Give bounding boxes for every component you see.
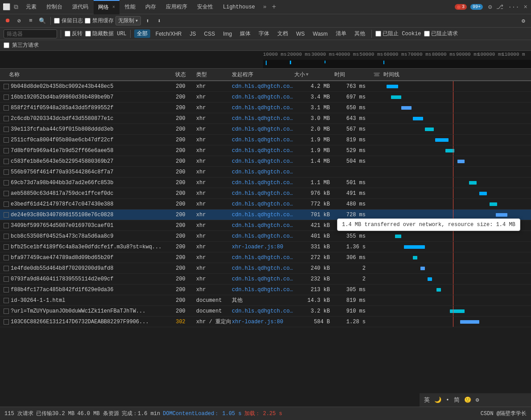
filter-other-btn[interactable]: 其他: [352, 29, 368, 38]
col-header-time[interactable]: 时间: [334, 71, 370, 78]
add-tab-button[interactable]: +: [269, 3, 279, 11]
settings-icon[interactable]: ⚙: [486, 3, 494, 11]
cell-initiator[interactable]: cdn.hls.qdhgtch.co...: [232, 201, 294, 207]
cell-initiator[interactable]: cdn.hls.qdhgtch.co...: [232, 83, 294, 90]
tab-security[interactable]: 安全性: [193, 0, 218, 14]
stop-button[interactable]: ⊘: [14, 16, 24, 26]
search-button[interactable]: 🔍: [37, 16, 47, 26]
filter-fetch-xhr-btn[interactable]: Fetch/XHR: [153, 30, 185, 37]
ime-emoji-icon[interactable]: 🙂: [464, 396, 471, 404]
col-header-size[interactable]: 大小 ▼: [294, 71, 334, 78]
table-row[interactable]: 7d8bf0fb969a41e7b9d52ff66e6aee58200xhrcd…: [0, 145, 531, 156]
filter-wasm-btn[interactable]: Wasm: [310, 30, 331, 37]
tab-performance[interactable]: 性能: [120, 0, 140, 14]
cell-initiator[interactable]: xhr-loader.js:80: [232, 319, 294, 325]
cell-initiator[interactable]: cdn.hls.qdhgtch.co...: [232, 137, 294, 143]
ime-chinese[interactable]: 简: [454, 396, 460, 404]
devtools-icon[interactable]: ⬜: [2, 3, 11, 12]
cell-initiator[interactable]: cdn.hls.qdhgtch.co...: [232, 148, 294, 154]
cell-initiator[interactable]: cdn.hls.qdhgtch.co...: [232, 222, 294, 229]
more-options-button[interactable]: ···: [506, 4, 521, 11]
copy-icon[interactable]: ⧉: [12, 3, 21, 12]
ime-lang[interactable]: 英: [424, 396, 430, 404]
cell-initiator[interactable]: cdn.hls.qdhgtch.co...: [232, 233, 294, 239]
close-devtools-button[interactable]: ×: [522, 4, 529, 11]
table-row[interactable]: 103C6C88266E1312147D6732DAEABB82297F9906…: [0, 317, 531, 327]
cell-initiator[interactable]: cdn.hls.qdhgtch.co...: [232, 105, 294, 111]
timeline-overview[interactable]: 10000 ms 20000 ms 30000 ms 40000 ms 5000…: [0, 51, 531, 69]
tab-network[interactable]: 网络 ×: [94, 0, 119, 14]
cell-initiator[interactable]: cdn.hls.qdhgtch.co...: [232, 180, 294, 186]
invert-checkbox[interactable]: 反转: [65, 30, 82, 37]
col-header-timeline[interactable]: 时间线: [383, 71, 531, 78]
tab-elements[interactable]: 元素: [21, 0, 41, 14]
table-row[interactable]: aeb58850c63d4817a759dce1ffcef0dc200xhrcd…: [0, 188, 531, 199]
cell-initiator[interactable]: 其他: [232, 296, 294, 304]
cell-initiator[interactable]: cdn.hls.qdhgtch.co...: [232, 265, 294, 272]
col-header-name[interactable]: 名称: [0, 71, 165, 78]
table-row[interactable]: e3bedf61d42147978fc47c047430e388200xhrcd…: [0, 199, 531, 210]
record-button[interactable]: ⏺: [3, 16, 12, 26]
table-row[interactable]: 2511cf0ca8004f05b80ae6cb47df22cf200xhrcd…: [0, 135, 531, 145]
download-icon[interactable]: ⬇: [154, 16, 164, 26]
cell-initiator[interactable]: cdn.hls.qdhgtch.co...: [232, 94, 294, 100]
table-row[interactable]: 39e113fcfaba44c59f015b808dddd3eb200xhrcd…: [0, 124, 531, 135]
tab-application[interactable]: 应用程序: [161, 0, 192, 14]
cell-initiator[interactable]: cdn.hls.qdhgtch.co...: [232, 276, 294, 282]
preserve-log-input[interactable]: [54, 18, 60, 24]
cell-initiator[interactable]: cdn.hls.qdhgtch.co...: [232, 190, 294, 197]
filter-img-btn[interactable]: Img: [220, 30, 235, 37]
throttle-dropdown[interactable]: 无限制 ▾: [115, 16, 141, 25]
disable-cache-input[interactable]: [85, 18, 91, 24]
filter-media-btn[interactable]: 媒体: [237, 29, 253, 38]
third-party-checkbox[interactable]: [4, 42, 9, 48]
cell-initiator[interactable]: cdn.hls.qdhgtch.co...: [232, 287, 294, 293]
cell-initiator[interactable]: cdn.hls.qdhgtch.co...: [232, 115, 294, 122]
filter-css-btn[interactable]: CSS: [202, 30, 218, 37]
cell-initiator[interactable]: cdn.hls.qdhgtch.co...: [232, 158, 294, 165]
tab-lighthouse[interactable]: Lighthouse: [218, 0, 259, 14]
table-row[interactable]: bfb25ce1bf4189f6c4a8a3e0dfdcfe1f.m3u8?st…: [0, 242, 531, 252]
disable-cache-checkbox[interactable]: 禁用缓存: [85, 17, 114, 25]
table-row[interactable]: c583fe1b8e5643e5b229545880369b27200xhrcd…: [0, 156, 531, 167]
upload-icon[interactable]: ⬆: [143, 16, 152, 26]
table-row[interactable]: f88b4fc177ac485b842fd1f629e0da36200xhrcd…: [0, 284, 531, 295]
table-row[interactable]: 1e4fde0db55d464b8f70209200d9afd8200xhrcd…: [0, 263, 531, 274]
col-header-status[interactable]: 状态: [165, 71, 196, 78]
cell-initiator[interactable]: cdn.hls.qdhgtch.co...: [232, 169, 294, 175]
tab-memory[interactable]: 内存: [141, 0, 161, 14]
table-row[interactable]: 0793fa9d84604117839555114d2e09cf200xhrcd…: [0, 274, 531, 284]
table-row[interactable]: 69cb73d7a98b404bb3d7ad2e66fc853b200xhrcd…: [0, 177, 531, 188]
table-row[interactable]: 9b048d8de02b4358bc9092e43b448ec5200xhrcd…: [0, 81, 531, 92]
table-row[interactable]: bcb8c53508f04525a473c78a5d6aa8c9200xhrcd…: [0, 231, 531, 242]
network-settings-icon[interactable]: ⚙: [519, 16, 528, 26]
table-row[interactable]: id-30264-1-1.html200document其他14.3 kB819…: [0, 295, 531, 306]
tab-network-close[interactable]: ×: [112, 5, 115, 10]
table-row[interactable]: 858f2f41f05948a285a43dd5f899552f200xhrcd…: [0, 103, 531, 113]
cell-initiator[interactable]: cdn.hls.qdhgtch.co...: [232, 255, 294, 261]
cell-initiator[interactable]: cdn.hls.qdhgtch.co...: [232, 212, 294, 218]
profile-icon[interactable]: ⎇: [494, 3, 505, 11]
more-tabs-button[interactable]: »: [261, 4, 268, 10]
filter-doc-btn[interactable]: 文档: [275, 29, 291, 38]
block-cookie-checkbox[interactable]: 已阻止 Cookie: [375, 30, 421, 37]
tab-console[interactable]: 控制台: [42, 0, 67, 14]
col-header-initiator[interactable]: 发起程序: [232, 71, 294, 78]
cell-initiator[interactable]: cdn.hls.qdhgtch.co...: [232, 308, 294, 314]
filter-ws-btn[interactable]: WS: [293, 30, 307, 37]
cell-initiator[interactable]: xhr-loader.js:80: [232, 244, 294, 250]
filter-manifest-btn[interactable]: 清单: [333, 29, 349, 38]
block-request-checkbox[interactable]: 已阻止请求: [424, 30, 458, 37]
preserve-log-checkbox[interactable]: 保留日志: [54, 17, 83, 25]
filter-input[interactable]: [4, 29, 57, 38]
ime-settings-icon[interactable]: ⚙: [476, 396, 479, 404]
filter-toggle-button[interactable]: ≡: [26, 16, 36, 26]
hide-data-url-checkbox[interactable]: 隐藏数据 URL: [85, 30, 127, 37]
ime-moon-icon[interactable]: 🌙: [434, 396, 441, 404]
tab-source[interactable]: 源代码: [68, 0, 93, 14]
col-header-waterfall[interactable]: [370, 71, 383, 78]
table-row[interactable]: 2c6cdb70203343dcbdf43d5580877e1c200xhrcd…: [0, 113, 531, 124]
table-row[interactable]: 556b9756f4614f70a935442864c8f7a7200xhrcd…: [0, 167, 531, 177]
filter-js-btn[interactable]: JS: [187, 30, 199, 37]
filter-font-btn[interactable]: 字体: [256, 29, 272, 38]
